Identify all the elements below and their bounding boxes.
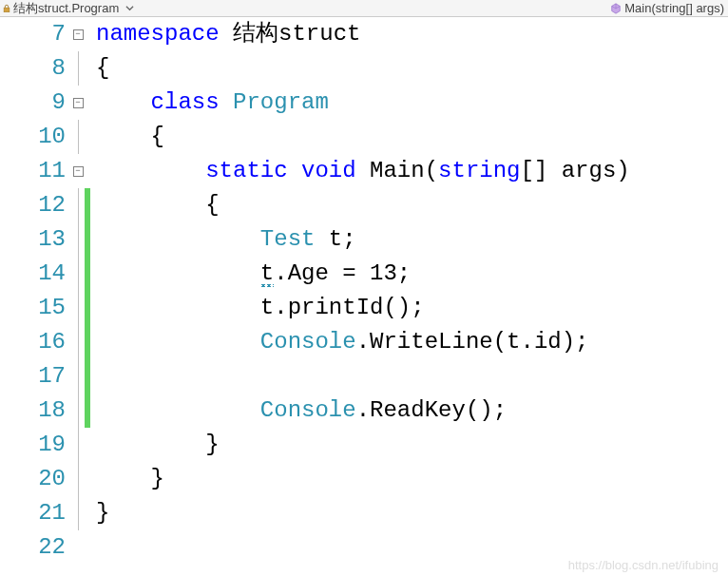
fold-cell — [71, 188, 85, 222]
fold-cell — [71, 222, 85, 257]
code-token: { — [96, 120, 164, 154]
fold-cell — [71, 530, 85, 565]
line-number: 7 — [0, 17, 71, 51]
code-token — [96, 394, 260, 428]
line-number: 18 — [0, 394, 71, 428]
line-number: 20 — [0, 462, 71, 496]
code-token: Program — [233, 86, 329, 120]
code-token: void — [301, 154, 356, 188]
code-line[interactable]: { — [96, 120, 728, 154]
breadcrumb-class[interactable]: 结构struct.Program — [0, 0, 610, 17]
method-icon — [610, 3, 622, 14]
line-number: 22 — [0, 530, 71, 565]
code-line[interactable]: } — [96, 462, 728, 496]
code-token — [96, 222, 260, 257]
code-token: Console — [260, 325, 356, 359]
code-token: 结构struct — [220, 17, 361, 51]
code-token — [288, 154, 301, 188]
code-line[interactable]: } — [96, 496, 728, 530]
line-number: 17 — [0, 359, 71, 394]
code-token — [96, 154, 205, 188]
breadcrumb-method-label: Main(string[] args) — [624, 1, 724, 15]
fold-cell — [71, 120, 85, 154]
code-token — [220, 86, 233, 120]
code-token: t — [260, 257, 274, 291]
code-line[interactable]: Console.WriteLine(t.id); — [96, 325, 728, 359]
code-line[interactable]: class Program — [96, 86, 728, 120]
line-number: 19 — [0, 428, 71, 462]
code-token: class — [151, 86, 220, 120]
code-token: Main( — [356, 154, 438, 188]
code-token: .WriteLine(t.id); — [356, 325, 589, 359]
code-token — [96, 325, 260, 359]
watermark: https://blog.csdn.net/ifubing — [568, 558, 718, 572]
code-line[interactable]: } — [96, 428, 728, 462]
code-token: } — [96, 496, 109, 530]
code-token: static — [205, 154, 287, 188]
code-token: { — [96, 51, 109, 86]
code-token: string — [438, 154, 520, 188]
code-line[interactable] — [96, 359, 728, 394]
lock-icon — [2, 4, 11, 13]
fold-cell[interactable]: − — [71, 17, 85, 51]
fold-cell — [71, 394, 85, 428]
code-line[interactable]: namespace 结构struct — [96, 17, 728, 51]
code-token: Test — [260, 222, 316, 257]
breadcrumb-bar: 结构struct.Program Main(string[] args) — [0, 0, 728, 17]
code-token: } — [96, 462, 164, 496]
fold-column: −−− — [71, 17, 85, 576]
code-line[interactable]: { — [96, 188, 728, 222]
line-number: 8 — [0, 51, 71, 86]
line-number: 21 — [0, 496, 71, 530]
code-line[interactable]: t.printId(); — [96, 291, 728, 325]
code-area[interactable]: namespace 结构struct{ class Program { stat… — [90, 17, 728, 576]
line-number: 9 — [0, 86, 71, 120]
code-line[interactable]: static void Main(string[] args) — [96, 154, 728, 188]
code-token: .ReadKey(); — [356, 394, 507, 428]
code-line[interactable]: Console.ReadKey(); — [96, 394, 728, 428]
breadcrumb-method[interactable]: Main(string[] args) — [610, 1, 728, 15]
fold-toggle-icon[interactable]: − — [73, 98, 84, 108]
code-token: .Age = 13; — [274, 257, 411, 291]
fold-cell — [71, 257, 85, 291]
code-token: t.printId(); — [96, 291, 425, 325]
fold-cell — [71, 359, 85, 394]
breadcrumb-class-label: 结构struct.Program — [13, 0, 119, 17]
line-number: 15 — [0, 291, 71, 325]
code-token — [96, 86, 151, 120]
code-editor[interactable]: 78910111213141516171819202122 −−− namesp… — [0, 17, 728, 576]
fold-cell[interactable]: − — [71, 86, 85, 120]
line-number: 12 — [0, 188, 71, 222]
code-token: } — [96, 428, 220, 462]
code-token — [96, 257, 260, 291]
code-token: [] args) — [521, 154, 630, 188]
line-number: 16 — [0, 325, 71, 359]
fold-cell — [71, 462, 85, 496]
code-token: t; — [315, 222, 355, 257]
fold-cell — [71, 325, 85, 359]
fold-cell — [71, 496, 85, 530]
line-number: 13 — [0, 222, 71, 257]
line-number: 10 — [0, 120, 71, 154]
code-token: namespace — [96, 17, 220, 51]
fold-cell[interactable]: − — [71, 154, 85, 188]
chevron-down-icon — [123, 2, 136, 15]
fold-cell — [71, 291, 85, 325]
code-token: { — [96, 188, 220, 222]
fold-cell — [71, 428, 85, 462]
code-line[interactable]: Test t; — [96, 222, 728, 257]
fold-cell — [71, 51, 85, 86]
line-number: 14 — [0, 257, 71, 291]
code-token: Console — [260, 394, 356, 428]
svg-rect-0 — [4, 8, 10, 12]
line-number-gutter: 78910111213141516171819202122 — [0, 17, 71, 576]
fold-toggle-icon[interactable]: − — [73, 29, 84, 40]
code-line[interactable]: { — [96, 51, 728, 86]
fold-toggle-icon[interactable]: − — [73, 166, 84, 177]
line-number: 11 — [0, 154, 71, 188]
code-line[interactable]: t.Age = 13; — [96, 257, 728, 291]
